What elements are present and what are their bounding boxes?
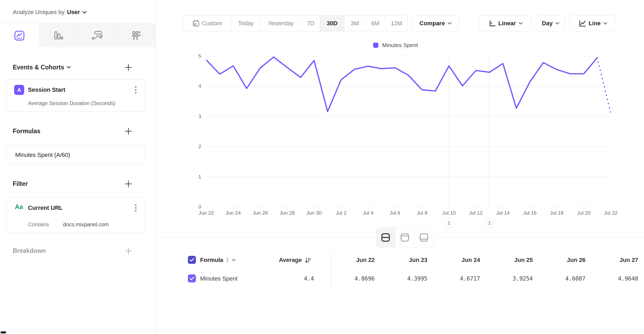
date-column-header[interactable]: Jun 25 bbox=[483, 256, 533, 264]
formula-card[interactable]: Minutes Spent (A/60) bbox=[6, 145, 145, 164]
table-only-view-button[interactable] bbox=[414, 228, 433, 247]
formulas-title: Formulas bbox=[13, 128, 40, 135]
x-tick bbox=[449, 207, 449, 209]
date-range-control: CustomTodayYesterday7D30D3M6M12M bbox=[183, 15, 408, 31]
table-row-separator bbox=[182, 272, 644, 272]
query-builder-sidebar: Analyze Uniques by User bbox=[0, 0, 156, 334]
series-line bbox=[206, 57, 597, 112]
date-column-header[interactable]: Jun 24 bbox=[431, 256, 480, 264]
scale-label: Linear bbox=[498, 20, 516, 27]
range-7d-button[interactable]: 7D bbox=[301, 15, 320, 31]
x-tick-label: Jul 6 bbox=[383, 210, 407, 216]
y-tick-label: 1 bbox=[185, 174, 201, 180]
filter-operator[interactable]: Contains bbox=[28, 222, 49, 228]
date-column-header[interactable]: Jun 23 bbox=[378, 256, 427, 264]
x-tick bbox=[233, 207, 233, 209]
range-30d-button[interactable]: 30D bbox=[320, 15, 344, 31]
minutes-spent-line-chart[interactable] bbox=[206, 54, 611, 207]
tab-flows[interactable] bbox=[78, 24, 117, 47]
chevron-down-icon bbox=[448, 22, 452, 25]
date-column-header[interactable]: Jun 26 bbox=[536, 256, 585, 264]
kebab-icon bbox=[135, 86, 137, 94]
series-line-incomplete bbox=[597, 58, 611, 113]
event-card[interactable]: A Session Start Average Session Duration… bbox=[6, 79, 145, 112]
series-row-label[interactable]: Minutes Spent bbox=[200, 274, 238, 283]
range-label: 12M bbox=[391, 20, 402, 27]
chevron-down-icon[interactable] bbox=[82, 11, 87, 14]
interval-selector-button[interactable]: Day bbox=[536, 15, 565, 31]
formula-title[interactable]: Minutes Spent (A/60) bbox=[15, 150, 70, 160]
date-column-header[interactable]: Jun 27 bbox=[589, 256, 638, 264]
range-label: 30D bbox=[327, 20, 337, 27]
kebab-icon bbox=[135, 204, 137, 212]
event-more-menu[interactable] bbox=[133, 85, 139, 95]
line-chart-icon bbox=[579, 20, 586, 27]
add-filter-button[interactable] bbox=[125, 180, 132, 187]
range-6m-button[interactable]: 6M bbox=[365, 15, 386, 31]
tab-metrics[interactable] bbox=[117, 24, 156, 47]
x-tick-label: Jul 2 bbox=[329, 210, 353, 216]
table-group-header[interactable]: Formula 1 bbox=[200, 256, 236, 264]
date-column-header[interactable]: Jun 22 bbox=[325, 256, 375, 264]
scale-selector-button[interactable]: Linear bbox=[479, 15, 531, 31]
check-icon bbox=[189, 258, 194, 262]
breakdown-title: Breakdown bbox=[13, 247, 46, 254]
annotation-badge[interactable]: 1 bbox=[445, 219, 453, 227]
compare-button[interactable]: Compare bbox=[412, 15, 459, 31]
select-all-checkbox[interactable] bbox=[188, 256, 196, 264]
chart-only-view-button[interactable] bbox=[395, 228, 415, 247]
interval-label: Day bbox=[542, 20, 552, 27]
bar-chart-icon bbox=[53, 30, 64, 41]
chart-type-button[interactable]: Line bbox=[570, 15, 616, 31]
split-view-button[interactable] bbox=[376, 228, 395, 247]
range-today-button[interactable]: Today bbox=[232, 15, 261, 31]
filter-more-menu[interactable] bbox=[133, 203, 139, 213]
line-chart-icon bbox=[14, 30, 25, 41]
range-yesterday-button[interactable]: Yesterday bbox=[261, 15, 301, 31]
event-aggregation[interactable]: Average Session Duration (Seconds) bbox=[28, 100, 115, 106]
scrollbar-thumb[interactable] bbox=[1, 331, 6, 333]
x-tick bbox=[341, 207, 341, 209]
analyze-uniques-label: Analyze Uniques by bbox=[13, 9, 64, 16]
range-label: Yesterday bbox=[268, 20, 294, 27]
range-3m-button[interactable]: 3M bbox=[344, 15, 365, 31]
annotation-badge[interactable]: 1 bbox=[485, 219, 494, 227]
tab-bar-chart[interactable] bbox=[39, 24, 78, 47]
range-label: Custom bbox=[202, 20, 222, 27]
y-tick-label: 0 bbox=[185, 204, 201, 210]
filter-value[interactable]: docs.mixpanel.com bbox=[63, 222, 109, 228]
range-label: 7D bbox=[307, 20, 314, 27]
filter-property[interactable]: Current URL bbox=[28, 203, 63, 213]
y-tick-label: 4 bbox=[185, 83, 201, 89]
formula-group-number: 1 bbox=[226, 257, 229, 264]
range-12m-button[interactable]: 12M bbox=[386, 15, 407, 31]
date-value-cell: 4.9640 bbox=[589, 274, 638, 283]
range-custom-button[interactable]: Custom bbox=[183, 15, 232, 31]
filter-card[interactable]: Aa Current URL Contains docs.mixpanel.co… bbox=[6, 197, 145, 233]
check-icon bbox=[189, 277, 194, 280]
x-tick bbox=[260, 207, 261, 209]
event-title[interactable]: Session Start bbox=[28, 85, 65, 95]
x-tick-label: Jul 8 bbox=[410, 210, 434, 216]
events-cohorts-header: Events & Cohorts bbox=[13, 63, 146, 72]
range-label: Today bbox=[238, 20, 254, 27]
chevron-down-icon[interactable] bbox=[67, 66, 71, 69]
date-value-cell: 3.9254 bbox=[483, 274, 533, 283]
x-tick bbox=[584, 207, 584, 209]
average-column-header[interactable]: Average bbox=[266, 256, 311, 264]
analyze-uniques-value[interactable]: User bbox=[67, 9, 80, 16]
add-event-button[interactable] bbox=[125, 64, 132, 71]
add-formula-button[interactable] bbox=[125, 128, 132, 135]
x-tick-label: Jun 22 bbox=[194, 210, 218, 216]
series-checkbox[interactable] bbox=[188, 274, 196, 282]
chart-type-label: Line bbox=[589, 20, 601, 27]
breakdown-header: Breakdown bbox=[13, 246, 146, 255]
x-tick bbox=[368, 207, 368, 209]
tab-insights[interactable] bbox=[0, 24, 39, 47]
formulas-header: Formulas bbox=[13, 127, 146, 136]
filter-title: Filter bbox=[13, 180, 28, 187]
x-tick-label: Jun 26 bbox=[248, 210, 272, 216]
add-breakdown-button[interactable] bbox=[125, 247, 132, 254]
x-tick bbox=[206, 207, 207, 209]
average-value-cell: 4.4 bbox=[266, 274, 314, 283]
